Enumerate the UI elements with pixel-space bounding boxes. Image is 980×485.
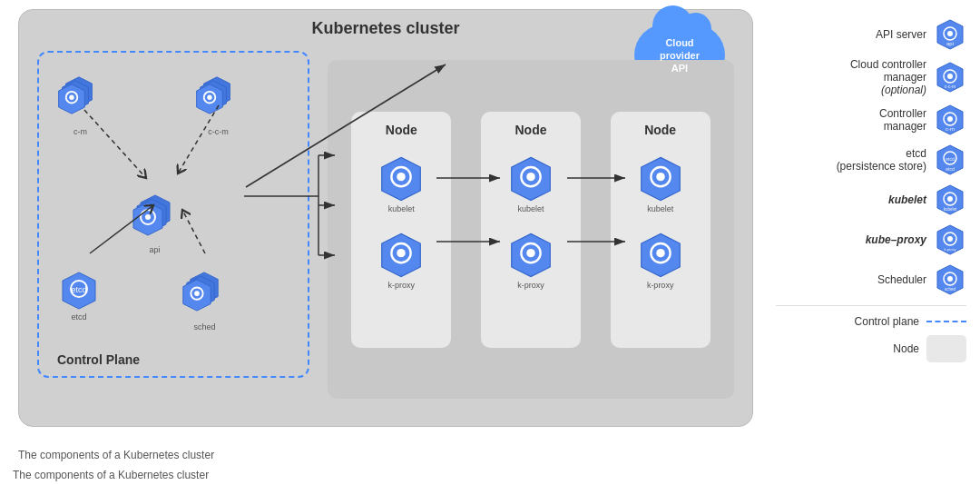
nodes-container: Node kubelet [328, 60, 734, 399]
legend-node-label: Node [776, 342, 919, 355]
svg-point-81 [947, 236, 953, 242]
svg-point-36 [526, 248, 534, 256]
svg-point-39 [656, 172, 664, 180]
control-plane-label: Control Plane [57, 352, 140, 367]
legend-item-kproxy: kube–proxy k-proxy [776, 223, 966, 256]
legend-scheduler-label: Scheduler [776, 273, 926, 286]
legend-item-scheduler: Scheduler sched [776, 263, 966, 296]
legend-item-kubelet: kubelet kubelet [776, 183, 966, 216]
legend-item-cm: Controllermanager c-m [776, 104, 966, 136]
node-2-title: Node [514, 123, 546, 137]
node-1-title: Node [386, 123, 417, 137]
svg-text:k-proxy: k-proxy [944, 247, 956, 252]
ccm-icon-stack: c-c-m [193, 75, 243, 136]
legend-control-plane: Control plane [776, 315, 966, 328]
svg-point-33 [526, 172, 534, 180]
api-icon-stack: api [130, 193, 180, 254]
legend-item-api: API server api [776, 18, 966, 51]
node1-kubelet-label: kubelet [388, 204, 415, 213]
svg-point-6 [69, 95, 74, 100]
svg-point-30 [397, 248, 406, 256]
svg-point-77 [947, 196, 953, 202]
legend-ccm-label: Cloud controllermanager(optional) [776, 58, 926, 96]
sched-icon-stack: sched [180, 271, 230, 332]
svg-text:etcd: etcd [946, 156, 955, 162]
svg-text:c-c-m: c-c-m [945, 84, 956, 89]
legend-kubelet-icon: kubelet [934, 183, 966, 216]
node2-kubelet-label: kubelet [517, 204, 544, 213]
cluster-box: Kubernetes cluster CloudproviderAPI ⚙ ⚙ … [18, 9, 753, 427]
etcd-icon: etcd etcd [59, 271, 99, 322]
legend-kproxy-label: kube–proxy [776, 233, 926, 246]
bottom-caption: The components of a Kubernetes cluster [13, 469, 209, 481]
cm-label: c-m [74, 127, 87, 136]
node-box-1: Node kubelet [351, 112, 451, 348]
legend-ccm-icon: c-c-m [934, 61, 966, 94]
legend-kproxy-icon: k-proxy [934, 223, 966, 256]
svg-point-85 [947, 276, 953, 282]
node2-kproxy-label: k-proxy [517, 281, 544, 290]
legend-control-plane-label: Control plane [776, 315, 919, 328]
node1-kproxy-label: k-proxy [388, 281, 416, 290]
svg-text:etcd: etcd [71, 285, 86, 294]
legend-node: Node [776, 335, 966, 362]
node3-kubelet-label: kubelet [647, 204, 673, 213]
legend-separator-1 [776, 305, 966, 306]
diagram-caption: The components of a Kubernetes cluster [18, 449, 214, 461]
sched-label: sched [193, 322, 215, 332]
node-3-title: Node [644, 123, 676, 137]
legend-item-etcd: etcd(persistence store) etcd etcd [776, 144, 966, 176]
svg-point-42 [656, 248, 664, 256]
node3-kproxy-label: k-proxy [647, 281, 674, 290]
svg-point-65 [947, 74, 953, 79]
node-box-3: Node kubelet [611, 112, 710, 348]
dashed-line-sample [926, 321, 966, 322]
legend-etcd-icon: etcd etcd [934, 144, 966, 176]
legend-etcd-label: etcd(persistence store) [776, 147, 926, 173]
svg-text:api: api [946, 41, 954, 46]
api-label: api [149, 245, 160, 254]
cm-icon-stack: ⚙ ⚙ c-m [55, 75, 105, 136]
svg-text:sched: sched [945, 287, 956, 292]
legend-kubelet-label: kubelet [776, 193, 926, 206]
legend-api-icon: api [934, 18, 966, 51]
svg-point-69 [947, 116, 953, 122]
control-plane-box: ⚙ ⚙ c-m c-c-m [37, 51, 309, 378]
svg-point-61 [947, 31, 953, 36]
legend-cm-icon: c-m [934, 104, 966, 136]
svg-point-27 [397, 172, 406, 180]
etcd-label: etcd [71, 312, 86, 322]
ccm-label: c-c-m [208, 127, 229, 136]
svg-text:kubelet: kubelet [944, 207, 957, 212]
svg-text:etcd: etcd [946, 166, 955, 172]
node-sample [926, 335, 966, 362]
svg-text:c-m: c-m [946, 126, 955, 132]
diagram-area: Kubernetes cluster CloudproviderAPI ⚙ ⚙ … [9, 9, 762, 463]
legend-cm-label: Controllermanager [776, 107, 926, 133]
svg-point-11 [207, 95, 211, 100]
svg-point-24 [194, 291, 200, 296]
legend-scheduler-icon: sched [934, 263, 966, 296]
legend-area: API server api Cloud controllermanager(o… [771, 9, 971, 463]
svg-point-16 [145, 214, 151, 220]
legend-item-ccm: Cloud controllermanager(optional) c-c-m [776, 58, 966, 96]
node-box-2: Node kubelet [481, 112, 581, 348]
legend-api-label: API server [776, 28, 926, 41]
